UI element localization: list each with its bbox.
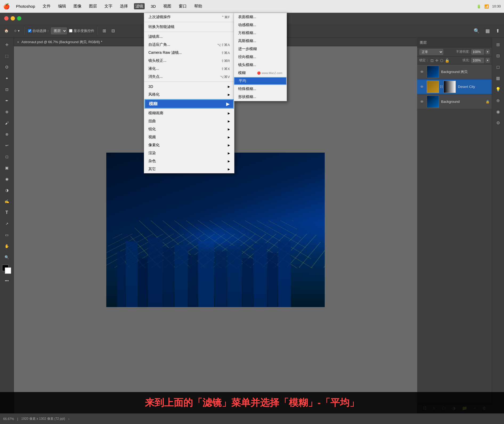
- menubar-image[interactable]: 图像: [72, 3, 83, 9]
- menubar-type[interactable]: 文字: [103, 3, 114, 9]
- menu-sharpen[interactable]: 锐化: [144, 125, 234, 133]
- panel-icon-3[interactable]: ◻: [494, 62, 503, 71]
- move-tool-btn[interactable]: ✛: [2, 40, 12, 50]
- menu-other[interactable]: 其它: [144, 165, 234, 173]
- zoom-tool[interactable]: 🔍: [2, 252, 12, 262]
- healing-brush[interactable]: ⊕: [2, 107, 12, 117]
- layer-item-desert-city[interactable]: 👁 ⛓ Desert City: [417, 79, 492, 94]
- lock-position-btn[interactable]: ✛: [435, 58, 438, 63]
- minimize-button[interactable]: [11, 16, 15, 21]
- layer-visibility-3[interactable]: 👁: [419, 99, 425, 104]
- status-arrow[interactable]: ›: [68, 417, 70, 421]
- auto-select-checkbox[interactable]: 自动选择： 图层: [28, 27, 67, 34]
- text-tool[interactable]: T: [2, 208, 12, 217]
- layer-item-background[interactable]: 👁 Background 🔒: [417, 94, 492, 109]
- menubar-photoshop[interactable]: Photoshop: [15, 3, 36, 9]
- fill-input[interactable]: [471, 58, 484, 63]
- menu-blur-gallery[interactable]: 模糊画廊: [144, 109, 234, 117]
- menubar-view[interactable]: 视图: [162, 3, 173, 9]
- menubar-select[interactable]: 选择: [119, 3, 129, 9]
- menu-video[interactable]: 视频: [144, 133, 234, 141]
- dodge-tool[interactable]: ◑: [2, 185, 12, 195]
- menu-filter-gallery[interactable]: 滤镜库...: [144, 33, 234, 41]
- submenu-gaussian-blur[interactable]: 高斯模糊...: [234, 37, 287, 45]
- history-brush[interactable]: ↩: [2, 141, 12, 150]
- fill-dropdown-btn[interactable]: ▾: [486, 58, 490, 63]
- menu-last-filter[interactable]: 上次滤镜操作 ⌃⌘F: [144, 13, 234, 21]
- panel-icon-2[interactable]: ⊟: [494, 51, 503, 60]
- layer-item-background-copy[interactable]: 👁 Background 拷贝: [417, 64, 492, 79]
- submenu-smart-blur[interactable]: 特殊模糊...: [234, 85, 287, 93]
- menu-distort[interactable]: 扭曲: [144, 117, 234, 125]
- layer-visibility-1[interactable]: 👁: [419, 69, 425, 75]
- magic-wand-tool[interactable]: ✦: [2, 74, 12, 83]
- opacity-input[interactable]: [471, 49, 484, 55]
- more-tools[interactable]: •••: [2, 276, 12, 286]
- menubar-file[interactable]: 文件: [41, 3, 52, 9]
- lock-artboard-btn[interactable]: ⬡: [440, 58, 443, 63]
- menu-liquify[interactable]: 液化... ⇧⌘X: [144, 65, 234, 73]
- eyedropper-tool[interactable]: ✒: [2, 96, 12, 105]
- maximize-button[interactable]: [17, 16, 21, 21]
- menu-adaptive-wide[interactable]: 自适应广角... ⌥⇧⌘A: [144, 41, 234, 49]
- foreground-background-colors[interactable]: [2, 265, 12, 274]
- opacity-dropdown-btn[interactable]: ▾: [486, 50, 490, 54]
- submenu-further-blur[interactable]: 进一步模糊: [234, 45, 287, 53]
- apple-icon[interactable]: 🍎: [3, 3, 10, 10]
- panel-icon-5[interactable]: ⊕: [494, 96, 503, 105]
- align-center-btn[interactable]: ⊟: [110, 27, 116, 34]
- auto-select-dropdown[interactable]: 图层: [51, 27, 67, 34]
- menubar-3d[interactable]: 3D: [149, 3, 157, 9]
- lock-pixel-btn[interactable]: ⊡: [430, 58, 434, 63]
- lasso-tool[interactable]: ʘ: [2, 62, 12, 72]
- share-button[interactable]: ⬆: [494, 27, 501, 35]
- path-select[interactable]: ↗: [2, 219, 12, 229]
- pen-tool[interactable]: ✍: [2, 197, 12, 206]
- submenu-shape-blur[interactable]: 形状模糊...: [234, 93, 287, 101]
- hand-tool[interactable]: ✋: [2, 241, 12, 251]
- menu-vanishing-point[interactable]: 消失点... ⌥⌘V: [144, 73, 234, 81]
- panel-icon-bulb[interactable]: 💡: [494, 85, 503, 94]
- lock-all-btn[interactable]: 🔒: [445, 58, 449, 63]
- clone-stamp[interactable]: ⊗: [2, 129, 12, 139]
- blend-mode-select[interactable]: 正常: [419, 49, 443, 55]
- menubar-layer[interactable]: 图层: [88, 3, 98, 9]
- submenu-lens-blur[interactable]: 镜头模糊...: [234, 61, 287, 69]
- close-button[interactable]: [4, 16, 9, 21]
- menu-stylize[interactable]: 风格化: [144, 91, 234, 99]
- shape-tool[interactable]: ▭: [2, 230, 12, 240]
- menu-blur[interactable]: 模糊 ▶: [144, 99, 234, 109]
- show-transform-checkbox[interactable]: 显示变换控件: [69, 28, 94, 33]
- menu-noise[interactable]: 杂色: [144, 157, 234, 165]
- panel-icon-6[interactable]: ◉: [494, 107, 503, 116]
- move-tool[interactable]: ⊹ ▾: [12, 28, 21, 34]
- menu-3d[interactable]: 3D: [144, 83, 234, 91]
- blur-tool[interactable]: ◉: [2, 174, 12, 184]
- menubar-help[interactable]: 帮助: [193, 3, 204, 9]
- home-button[interactable]: 🏠: [3, 28, 10, 34]
- submenu-radial-blur[interactable]: 径向模糊...: [234, 53, 287, 61]
- submenu-average[interactable]: 平均: [234, 77, 287, 85]
- align-left-btn[interactable]: ⊞: [101, 27, 108, 34]
- submenu-box-blur[interactable]: 方框模糊...: [234, 29, 287, 37]
- eraser-tool[interactable]: ◻: [2, 152, 12, 161]
- layer-visibility-2[interactable]: 👁: [419, 84, 425, 89]
- submenu-surface-blur[interactable]: 表面模糊...: [234, 13, 287, 21]
- panel-icon-4[interactable]: ▦: [494, 74, 503, 83]
- submenu-motion-blur[interactable]: 动感模糊...: [234, 21, 287, 29]
- menu-camera-raw[interactable]: Camera Raw 滤镜... ⇧⌘A: [144, 49, 234, 57]
- arrange-button[interactable]: ▦: [484, 27, 491, 35]
- menu-render[interactable]: 渲染: [144, 149, 234, 157]
- menu-convert-smart[interactable]: 转换为智能滤镜: [144, 23, 234, 31]
- gradient-tool[interactable]: ▣: [2, 163, 12, 173]
- menu-lens-correct[interactable]: 镜头校正... ⇧⌘R: [144, 57, 234, 65]
- brush-tool[interactable]: 🖌: [2, 118, 12, 128]
- submenu-blur[interactable]: 模糊 🔴 www.MacZ.com: [234, 69, 287, 77]
- panel-icon-7[interactable]: ⚙: [494, 118, 503, 127]
- menubar-edit[interactable]: 编辑: [57, 3, 67, 9]
- panel-icon-1[interactable]: ⊞: [494, 40, 503, 49]
- search-button[interactable]: 🔍: [472, 27, 481, 35]
- marquee-tool[interactable]: ⬚: [2, 51, 12, 61]
- menubar-window[interactable]: 窗口: [177, 3, 188, 9]
- tab-close-btn[interactable]: ×: [17, 40, 19, 44]
